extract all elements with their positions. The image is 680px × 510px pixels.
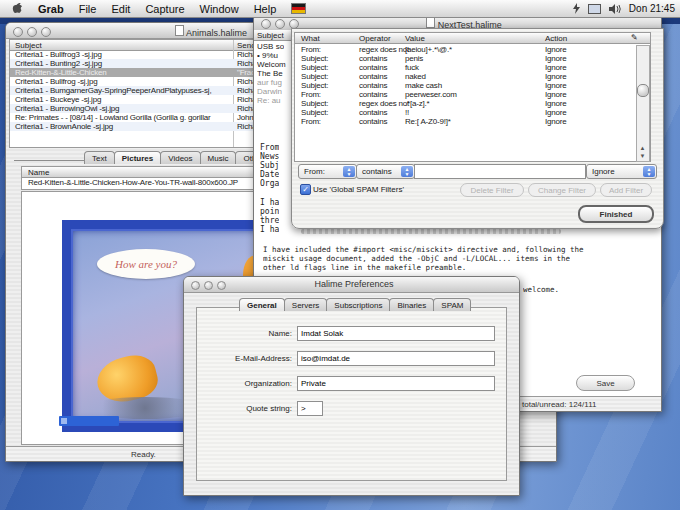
menu-capture[interactable]: Capture bbox=[145, 3, 184, 15]
filter-rule-row[interactable]: Subject:regex does not.*[a-z].*Ignore bbox=[295, 99, 650, 108]
organization-field[interactable] bbox=[297, 376, 495, 391]
tab-videos[interactable]: Videos bbox=[160, 151, 200, 164]
column-value[interactable]: Value bbox=[405, 34, 425, 43]
header-fragment: Subj bbox=[260, 161, 279, 170]
save-button[interactable]: Save bbox=[576, 375, 635, 391]
column-action[interactable]: Action bbox=[545, 34, 567, 43]
background-subject-list: Subject USB so • 9%u Welcom The Be aur f… bbox=[254, 30, 293, 150]
document-icon bbox=[426, 17, 435, 28]
delete-filter-button[interactable]: Delete Filter bbox=[460, 183, 524, 197]
tab-pictures[interactable]: Pictures bbox=[114, 151, 162, 164]
tab-servers[interactable]: Servers bbox=[284, 298, 328, 311]
speech-bubble: How are you? bbox=[97, 249, 195, 279]
what-popup[interactable]: From:▲▼ bbox=[298, 164, 357, 179]
zoom-button[interactable] bbox=[217, 281, 226, 290]
menu-file[interactable]: File bbox=[79, 3, 97, 15]
operator-popup[interactable]: contains▲▼ bbox=[356, 164, 415, 179]
close-button[interactable] bbox=[13, 27, 23, 37]
list-item[interactable]: USB so bbox=[257, 42, 284, 51]
column-subject: Subject bbox=[257, 31, 284, 40]
tab-spam[interactable]: SPAM bbox=[433, 298, 471, 311]
selected-item-bar[interactable] bbox=[59, 416, 119, 426]
file-name-row[interactable]: Red-Kitten-&-Little-Chicken-How-Are-You-… bbox=[22, 178, 276, 187]
list-item[interactable]: Welcom bbox=[257, 60, 286, 69]
apple-menu-icon[interactable] bbox=[12, 1, 23, 16]
name-field[interactable] bbox=[297, 326, 495, 341]
email-field[interactable] bbox=[297, 351, 495, 366]
header-fragment: Date bbox=[260, 170, 279, 179]
filter-rules-list[interactable]: What Operator Value Action ✎ From:regex … bbox=[294, 32, 651, 162]
popup-arrows-icon: ▲▼ bbox=[643, 166, 655, 177]
scroll-down-arrow[interactable]: ▼ bbox=[638, 153, 647, 159]
filter-rule-row[interactable]: Subject:containspenisIgnore bbox=[295, 54, 650, 63]
menu-help[interactable]: Help bbox=[254, 3, 277, 15]
speech-bubble-text: How are you? bbox=[115, 258, 177, 270]
global-spam-label: Use 'Global SPAM Filters' bbox=[313, 185, 404, 194]
finished-button[interactable]: Finished bbox=[578, 205, 654, 223]
quote-string-field[interactable] bbox=[297, 401, 323, 416]
minimize-button[interactable] bbox=[204, 281, 213, 290]
close-button[interactable] bbox=[191, 281, 200, 290]
filter-rule-row[interactable]: From:containspeerweser.comIgnore bbox=[295, 90, 650, 99]
close-button[interactable] bbox=[261, 19, 271, 29]
message-body-line: other ld flags line in the makefile prea… bbox=[263, 263, 466, 272]
list-item[interactable]: • 9%u bbox=[257, 51, 278, 60]
menu-edit[interactable]: Edit bbox=[111, 3, 130, 15]
filter-rule-row[interactable]: Subject:containsnakedIgnore bbox=[295, 72, 650, 81]
speaker-icon[interactable] bbox=[609, 4, 621, 14]
column-name[interactable]: Name bbox=[28, 168, 49, 177]
filter-list-header[interactable]: What Operator Value Action ✎ bbox=[295, 33, 650, 44]
minimize-button[interactable] bbox=[275, 19, 285, 29]
displays-icon[interactable] bbox=[588, 4, 601, 14]
tab-general[interactable]: General bbox=[239, 298, 285, 311]
menu-bar: Grab File Edit Capture Window Help Don 2… bbox=[0, 0, 680, 18]
total-unread-status: total/unread: 124/111 bbox=[522, 400, 596, 409]
list-item[interactable]: Darwin bbox=[257, 87, 282, 96]
column-operator[interactable]: Operator bbox=[359, 34, 391, 43]
window-controls[interactable] bbox=[191, 281, 226, 290]
list-item[interactable]: aur fug bbox=[257, 78, 282, 87]
window-controls[interactable] bbox=[13, 27, 51, 37]
header-fragment: News bbox=[260, 152, 279, 161]
menu-clock[interactable]: Don 21:45 bbox=[629, 3, 675, 14]
filter-rule-row[interactable]: From:containsRe:[ A-Z0-9!]*Ignore bbox=[295, 117, 650, 126]
scrollbar[interactable]: ▲ ▼ bbox=[636, 45, 650, 162]
preferences-window-title: Halime Preferences bbox=[274, 279, 434, 289]
keyboard-flag-icon[interactable] bbox=[291, 3, 306, 14]
filter-rule-row[interactable]: From:regex does not[aeiou]+.*\@.*Ignore bbox=[295, 45, 650, 54]
file-name-box: Name Red-Kitten-&-Little-Chicken-How-Are… bbox=[21, 166, 277, 190]
filter-rule-row[interactable]: Subject:contains!!Ignore bbox=[295, 108, 650, 117]
scroll-up-arrow[interactable]: ▲ bbox=[638, 145, 647, 151]
filter-rule-row[interactable]: Subject:containsmake cashIgnore bbox=[295, 81, 650, 90]
header-fragment: From bbox=[260, 143, 279, 152]
action-popup[interactable]: Ignore▲▼ bbox=[586, 164, 657, 179]
list-item[interactable]: Re: au bbox=[257, 96, 281, 105]
tab-text[interactable]: Text bbox=[84, 151, 115, 164]
global-spam-checkbox[interactable]: ✓ bbox=[300, 184, 311, 195]
tab-binaries[interactable]: Binaries bbox=[389, 298, 434, 311]
battery-bolt-icon[interactable] bbox=[573, 3, 580, 14]
media-tab-bar: TextPicturesVideosMusicOther/Al bbox=[84, 147, 280, 160]
menu-window[interactable]: Window bbox=[200, 3, 239, 15]
preferences-window: Halime Preferences GeneralServersSubscri… bbox=[183, 276, 520, 496]
preferences-titlebar[interactable]: Halime Preferences bbox=[184, 277, 519, 293]
add-filter-button[interactable]: Add Filter bbox=[600, 183, 652, 197]
dimmed-text-band bbox=[301, 229, 561, 234]
body-fragment: I ha bbox=[260, 198, 279, 207]
organization-label: Organization: bbox=[200, 379, 292, 388]
scrollbar-thumb[interactable] bbox=[637, 84, 649, 97]
header-fragment: Orga bbox=[260, 179, 279, 188]
tab-subscriptions[interactable]: Subscriptions bbox=[326, 298, 390, 311]
menu-grab[interactable]: Grab bbox=[38, 3, 64, 15]
value-input[interactable] bbox=[414, 164, 586, 179]
tab-music[interactable]: Music bbox=[200, 151, 237, 164]
zoom-button[interactable] bbox=[41, 27, 51, 37]
document-icon bbox=[175, 25, 184, 36]
filter-rule-row[interactable]: Subject:containsfuckIgnore bbox=[295, 63, 650, 72]
change-filter-button[interactable]: Change Filter bbox=[528, 183, 596, 197]
list-item[interactable]: The Be bbox=[257, 69, 283, 78]
column-what[interactable]: What bbox=[301, 34, 320, 43]
column-subject[interactable]: Subject bbox=[15, 41, 42, 50]
popup-arrows-icon: ▲▼ bbox=[401, 166, 413, 177]
minimize-button[interactable] bbox=[27, 27, 37, 37]
